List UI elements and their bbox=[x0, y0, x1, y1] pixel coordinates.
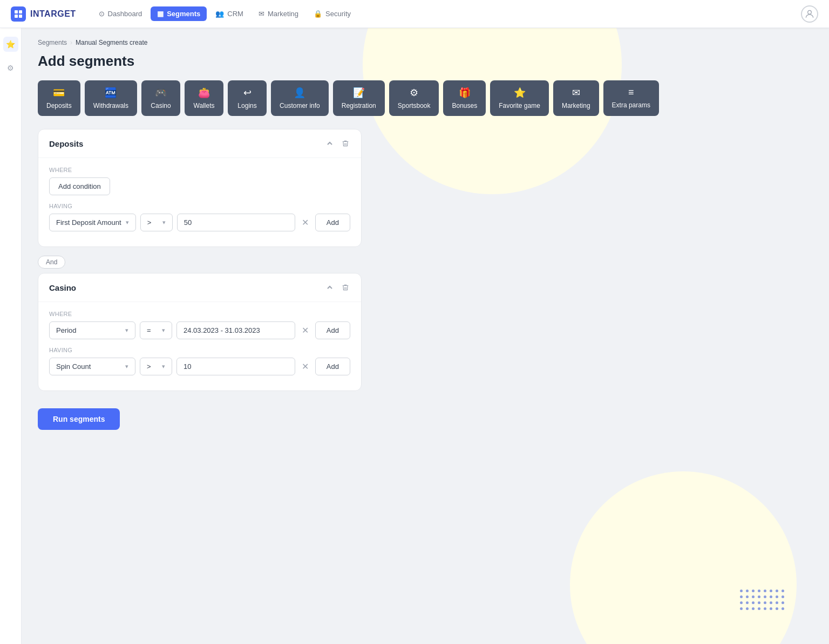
deposits-having-value-input[interactable] bbox=[177, 214, 295, 231]
chevron-down-icon: ▾ bbox=[162, 363, 165, 370]
sportsbook-icon: ⚙ bbox=[410, 87, 418, 99]
deposits-card-body: Where Add condition Having First Deposit… bbox=[38, 158, 361, 246]
chevron-down-icon: ▾ bbox=[162, 219, 166, 226]
nav-segments[interactable]: ▦ Segments bbox=[151, 6, 207, 21]
cat-withdrawals[interactable]: 🏧 Withdrawals bbox=[85, 80, 137, 116]
cat-customer-info[interactable]: 👤 Customer info bbox=[271, 80, 329, 116]
casino-where-field-select[interactable]: Period ▾ bbox=[49, 321, 135, 339]
casino-collapse-btn[interactable] bbox=[324, 282, 335, 293]
cat-deposits[interactable]: 💳 Deposits bbox=[38, 80, 80, 116]
breadcrumb-parent[interactable]: Segments bbox=[38, 39, 67, 46]
casino-delete-btn[interactable] bbox=[341, 283, 350, 292]
casino-card: Casino Where bbox=[38, 273, 362, 391]
navbar: INTARGET ⊙ Dashboard ▦ Segments 👥 CRM ✉ … bbox=[0, 0, 829, 28]
run-segments-btn[interactable]: Run segments bbox=[38, 408, 120, 430]
deposits-having-row: First Deposit Amount ▾ > ▾ ✕ Add bbox=[49, 214, 350, 231]
casino-having-operator-select[interactable]: > ▾ bbox=[140, 358, 172, 375]
cat-casino[interactable]: 🎮 Casino bbox=[141, 80, 180, 116]
deposits-card-actions bbox=[324, 138, 350, 149]
cat-logins[interactable]: ↩ Logins bbox=[228, 80, 267, 116]
breadcrumb: Segments › Manual Segments create bbox=[38, 39, 761, 46]
and-badge-btn[interactable]: And bbox=[38, 256, 65, 269]
casino-having-add-btn[interactable]: Add bbox=[315, 358, 350, 375]
nav-dashboard[interactable]: ⊙ Dashboard bbox=[92, 6, 149, 21]
bg-circle-bottom bbox=[570, 471, 797, 644]
deposits-having-add-btn[interactable]: Add bbox=[315, 214, 350, 231]
sidebar-star[interactable]: ⭐ bbox=[3, 37, 18, 52]
dashboard-icon: ⊙ bbox=[99, 10, 105, 18]
svg-rect-3 bbox=[19, 15, 22, 18]
wallets-icon: 👛 bbox=[198, 87, 210, 99]
dots-pattern bbox=[738, 588, 786, 612]
logins-icon: ↩ bbox=[243, 87, 252, 99]
casino-card-body: Where Period ▾ = ▾ ✕ Add Havin bbox=[38, 302, 361, 390]
cat-sportsbook[interactable]: ⚙ Sportsbook bbox=[389, 80, 439, 116]
deposits-card-title: Deposits bbox=[49, 139, 83, 148]
brand[interactable]: INTARGET bbox=[11, 6, 76, 22]
cat-wallets[interactable]: 👛 Wallets bbox=[185, 80, 223, 116]
withdrawals-icon: 🏧 bbox=[105, 87, 117, 99]
chevron-down-icon: ▾ bbox=[125, 327, 128, 334]
marketing-cat-icon: ✉ bbox=[572, 87, 580, 99]
marketing-nav-icon: ✉ bbox=[259, 10, 264, 18]
nav-marketing[interactable]: ✉ Marketing bbox=[252, 6, 305, 21]
casino-where-row: Period ▾ = ▾ ✕ Add bbox=[49, 321, 350, 339]
casino-having-label: Having bbox=[49, 347, 350, 353]
page-title: Add segments bbox=[38, 53, 761, 70]
casino-card-actions bbox=[324, 282, 350, 293]
cat-bonuses[interactable]: 🎁 Bonuses bbox=[443, 80, 486, 116]
deposits-having-label: Having bbox=[49, 203, 350, 209]
customer-info-icon: 👤 bbox=[294, 87, 305, 99]
casino-card-title: Casino bbox=[49, 283, 76, 292]
casino-where-operator-select[interactable]: = ▾ bbox=[140, 321, 172, 339]
deposits-having-operator-select[interactable]: > ▾ bbox=[140, 214, 173, 231]
casino-where-value-input[interactable] bbox=[176, 321, 295, 339]
deposits-where-row: Add condition bbox=[49, 177, 350, 195]
deposits-card-header: Deposits bbox=[38, 129, 361, 158]
brand-icon bbox=[11, 6, 26, 22]
casino-having-row: Spin Count ▾ > ▾ ✕ Add bbox=[49, 358, 350, 375]
deposits-delete-btn[interactable] bbox=[341, 139, 350, 148]
cat-registration[interactable]: 📝 Registration bbox=[333, 80, 385, 116]
deposits-card: Deposits Where bbox=[38, 129, 362, 247]
user-avatar[interactable] bbox=[801, 5, 818, 23]
cat-marketing[interactable]: ✉ Marketing bbox=[553, 80, 599, 116]
svg-rect-2 bbox=[15, 15, 18, 18]
nav-crm[interactable]: 👥 CRM bbox=[209, 6, 250, 21]
category-bar: 💳 Deposits 🏧 Withdrawals 🎮 Casino 👛 Wall… bbox=[38, 80, 761, 116]
svg-point-4 bbox=[808, 10, 812, 14]
chevron-down-icon: ▾ bbox=[126, 219, 129, 226]
nav-security[interactable]: 🔒 Security bbox=[307, 6, 357, 21]
svg-rect-0 bbox=[15, 10, 18, 13]
favorite-game-icon: ⭐ bbox=[514, 87, 526, 99]
security-icon: 🔒 bbox=[314, 10, 322, 18]
left-sidebar: ⭐ ⚙ bbox=[0, 28, 22, 644]
casino-having-clear-btn[interactable]: ✕ bbox=[300, 359, 311, 374]
casino-icon: 🎮 bbox=[155, 87, 167, 99]
deposits-icon: 💳 bbox=[53, 87, 65, 99]
and-connector: And bbox=[38, 256, 761, 269]
deposits-having-field-select[interactable]: First Deposit Amount ▾ bbox=[49, 214, 136, 231]
bonuses-icon: 🎁 bbox=[459, 87, 471, 99]
casino-where-clear-btn[interactable]: ✕ bbox=[300, 323, 311, 338]
deposits-having-clear-btn[interactable]: ✕ bbox=[300, 215, 311, 230]
svg-rect-1 bbox=[19, 10, 22, 13]
casino-where-add-btn[interactable]: Add bbox=[315, 321, 350, 339]
nav-links: ⊙ Dashboard ▦ Segments 👥 CRM ✉ Marketing… bbox=[92, 6, 801, 21]
extra-params-icon: ≡ bbox=[628, 87, 634, 98]
registration-icon: 📝 bbox=[353, 87, 365, 99]
casino-having-value-input[interactable] bbox=[176, 358, 295, 375]
breadcrumb-separator: › bbox=[70, 39, 72, 46]
sidebar-settings[interactable]: ⚙ bbox=[3, 60, 18, 76]
cat-extra-params[interactable]: ≡ Extra params bbox=[603, 80, 659, 116]
casino-having-field-select[interactable]: Spin Count ▾ bbox=[49, 358, 135, 375]
chevron-down-icon: ▾ bbox=[162, 327, 165, 334]
casino-card-header: Casino bbox=[38, 273, 361, 302]
breadcrumb-current: Manual Segments create bbox=[76, 39, 147, 46]
crm-icon: 👥 bbox=[215, 10, 224, 18]
brand-name: INTARGET bbox=[30, 9, 76, 19]
cat-favorite-game[interactable]: ⭐ Favorite game bbox=[490, 80, 549, 116]
segments-icon: ▦ bbox=[157, 10, 164, 18]
deposits-collapse-btn[interactable] bbox=[324, 138, 335, 149]
deposits-add-condition-btn[interactable]: Add condition bbox=[49, 177, 110, 195]
